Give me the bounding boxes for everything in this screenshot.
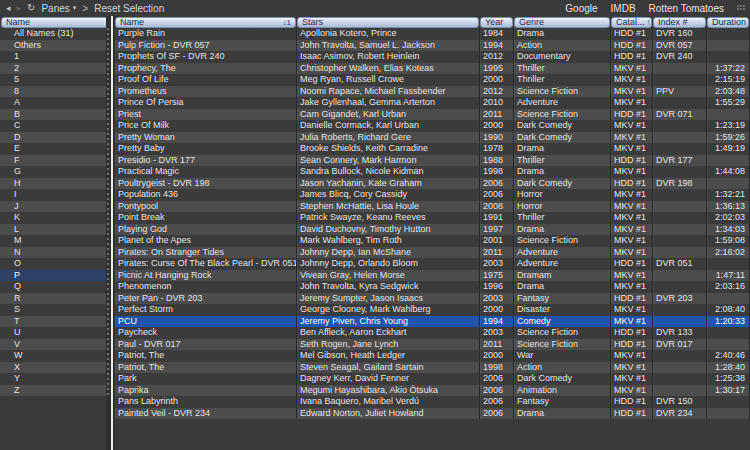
sidebar-item-d[interactable]: D (0, 132, 106, 144)
column-header-index[interactable]: Index # (653, 17, 706, 28)
table-row[interactable]: PaprikaMegumi Hayashibara, Akio Ōtsuka20… (115, 385, 750, 397)
sidebar-item-w[interactable]: W (0, 350, 106, 362)
google-link[interactable]: Google (565, 3, 597, 14)
table-row[interactable]: ParkDagney Kerr, David Fenner2006Dark Co… (115, 373, 750, 385)
column-header-year[interactable]: Year (480, 17, 513, 28)
cell-stars: David Duchovny, Timothy Hutton (297, 224, 480, 236)
sidebar-item-h[interactable]: H (0, 178, 106, 190)
column-header-genre[interactable]: Genre (514, 17, 610, 28)
back-icon[interactable]: ◂ (6, 3, 11, 13)
sidebar-item-x[interactable]: X (0, 362, 106, 374)
column-header-stars[interactable]: Stars (297, 17, 479, 28)
table-row[interactable]: Prince Of PersiaJake Gyllenhaal, Gemma A… (115, 97, 750, 109)
cell-catalog: MKV #1 (611, 247, 653, 259)
table-row[interactable]: PhenomenonJohn Travolta, Kyra Sedgwick19… (115, 281, 750, 293)
table-row[interactable]: PaycheckBen Affleck, Aaron Eckhart2003Sc… (115, 327, 750, 339)
cell-genre: War (514, 350, 611, 362)
table-row[interactable]: Price Of MilkDanielle Cormack, Karl Urba… (115, 120, 750, 132)
sidebar-item-m[interactable]: M (0, 235, 106, 247)
sidebar-item-i[interactable]: I (0, 189, 106, 201)
sidebar-item-u[interactable]: U (0, 327, 106, 339)
cell-duration: 2:03:48 (707, 86, 750, 98)
sidebar-item-e[interactable]: E (0, 143, 106, 155)
cell-duration: 1:20:33 (707, 316, 750, 328)
sidebar-item-n[interactable]: N (0, 247, 106, 259)
sidebar-item-5[interactable]: 5 (0, 74, 106, 86)
column-label: Genre (519, 18, 544, 27)
column-header-name[interactable]: Name↓1 (115, 17, 296, 28)
refresh-icon[interactable]: ↻ (27, 3, 35, 13)
sidebar-item-all-names-31[interactable]: All Names (31) (0, 28, 106, 40)
table-row[interactable]: Pirates: Curse Of The Black Pearl - DVR … (115, 258, 750, 270)
table-row[interactable]: Presidio - DVR 177Sean Connery, Mark Har… (115, 155, 750, 167)
table-row[interactable]: PriestCam Gigandet, Karl Urban2011Scienc… (115, 109, 750, 121)
sidebar-item-1[interactable]: 1 (0, 51, 106, 63)
sidebar-item-a[interactable]: A (0, 97, 106, 109)
sidebar-item-l[interactable]: L (0, 224, 106, 236)
sidebar-item-b[interactable]: B (0, 109, 106, 121)
table-row[interactable]: Proof Of LifeMeg Ryan, Russell Crowe2000… (115, 74, 750, 86)
grid-icon[interactable] (737, 5, 745, 11)
table-row[interactable]: Pirates: On Stranger TidesJohnny Depp, I… (115, 247, 750, 259)
sidebar-item-f[interactable]: F (0, 155, 106, 167)
table-row[interactable]: Patriot, TheMel Gibson, Heath Ledger2000… (115, 350, 750, 362)
table-row[interactable]: Practical MagicSandra Bullock, Nicole Ki… (115, 166, 750, 178)
table-row[interactable]: Planet of the ApesMark Wahlberg, Tim Rot… (115, 235, 750, 247)
sidebar-item-others[interactable]: Others (0, 40, 106, 52)
imdb-link[interactable]: IMDB (611, 3, 636, 14)
table-row[interactable]: Picnic At Hanging RockVivean Gray, Helen… (115, 270, 750, 282)
table-row[interactable]: Pretty BabyBrooke Shields, Keith Carradi… (115, 143, 750, 155)
table-row[interactable]: Poultrygeist - DVR 198Jason Yachanin, Ka… (115, 178, 750, 190)
table-row[interactable]: Patriot, TheSteven Seagal, Gailard Sarta… (115, 362, 750, 374)
sort-indicator-asc-2: ↑2 (645, 18, 652, 27)
sidebar-item-t[interactable]: T (0, 316, 106, 328)
sidebar-item-j[interactable]: J (0, 201, 106, 213)
table-row[interactable]: Perfect StormGeorge Clooney, Mark Wahlbe… (115, 304, 750, 316)
table-row[interactable]: PontypoolStephen McHattie, Lisa Houle200… (115, 201, 750, 213)
sidebar-item-o[interactable]: O (0, 258, 106, 270)
table-row[interactable]: Playing GodDavid Duchovny, Timothy Hutto… (115, 224, 750, 236)
sidebar-header-name-button[interactable]: Name (1, 17, 110, 28)
sidebar-item-s[interactable]: S (0, 304, 106, 316)
sidebar-item-q[interactable]: Q (0, 281, 106, 293)
cell-index: DVR 071 (653, 109, 707, 121)
column-header-duration[interactable]: Duration (707, 17, 749, 28)
sidebar-item-c[interactable]: C (0, 120, 106, 132)
sidebar-item-8[interactable]: 8 (0, 86, 106, 98)
panes-menu-button[interactable]: Panes ▾ (41, 3, 76, 14)
sidebar-item-y[interactable]: Y (0, 373, 106, 385)
cell-catalog: HDD #1 (611, 155, 653, 167)
table-row[interactable]: Purple RainApollonia Kotero, Prince1984D… (115, 28, 750, 40)
column-header-catalog[interactable]: Catal...↑2 (611, 17, 652, 28)
sidebar-item-g[interactable]: G (0, 166, 106, 178)
sidebar-item-k[interactable]: K (0, 212, 106, 224)
table-row[interactable]: PrometheusNoomi Rapace, Michael Fassbend… (115, 86, 750, 98)
sidebar-item-r[interactable]: R (0, 293, 106, 305)
sidebar-item-p[interactable]: P (0, 270, 106, 282)
sidebar-item-v[interactable]: V (0, 339, 106, 351)
table-row[interactable]: Pans LabyrinthIvana Baquero, Maribel Ver… (115, 396, 750, 408)
sidebar-item-2[interactable]: 2 (0, 63, 106, 75)
table-row[interactable]: Prophecy, TheChristopher Walken, Elias K… (115, 63, 750, 75)
table-row[interactable]: Paul - DVR 017Seth Rogen, Jane Lynch2011… (115, 339, 750, 351)
cell-duration: 2:15:19 (707, 74, 750, 86)
cell-duration: 1:25:38 (707, 373, 750, 385)
cell-name: Prince Of Persia (115, 97, 297, 109)
table-row[interactable]: Prophets Of SF - DVR 240Isaac Asimov, Ro… (115, 51, 750, 63)
cell-catalog: MKV #1 (611, 362, 653, 374)
table-row[interactable]: Peter Pan - DVR 203Jeremy Sumpter, Jason… (115, 293, 750, 305)
forward-icon[interactable]: ▸ (17, 3, 22, 13)
cell-catalog: MKV #1 (611, 385, 653, 397)
reset-selection-button[interactable]: Reset Selection (94, 3, 164, 14)
sidebar-item-z[interactable]: Z (0, 385, 106, 397)
table-row[interactable]: Pulp Fiction - DVR 057John Travolta, Sam… (115, 40, 750, 52)
table-row[interactable]: PCUJeremy Piven, Chris Young1994ComedyMK… (115, 316, 750, 328)
cell-genre: Drama (514, 408, 611, 420)
table-row[interactable]: Painted Veil - DVR 234Edward Norton, Jul… (115, 408, 750, 420)
table-row[interactable]: Population 436James Blicq, Cory Cassidy2… (115, 189, 750, 201)
pane-splitter[interactable] (106, 16, 115, 450)
table-row[interactable]: Pretty WomanJulia Roberts, Richard Gere1… (115, 132, 750, 144)
rotten-tomatoes-link[interactable]: Rotten Tomatoes (649, 3, 724, 14)
table-row[interactable]: Point BreakPatrick Swayze, Keanu Reeves1… (115, 212, 750, 224)
cell-catalog: MKV #1 (611, 189, 653, 201)
